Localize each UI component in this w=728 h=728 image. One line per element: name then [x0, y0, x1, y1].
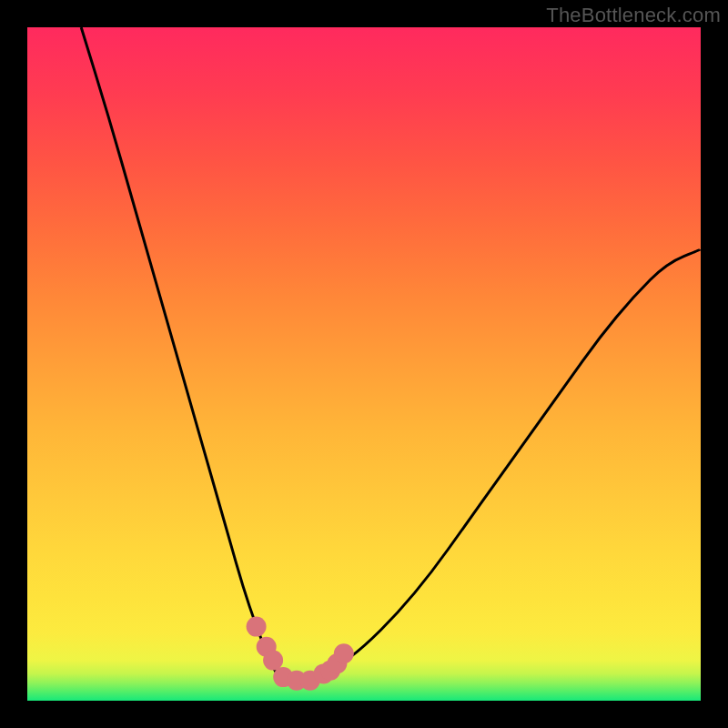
bottleneck-curve-path	[81, 27, 701, 681]
curve-layer	[27, 27, 701, 701]
optimal-dot	[263, 651, 283, 671]
plot-area	[27, 27, 701, 701]
watermark-text: TheBottleneck.com	[546, 4, 721, 27]
outer-frame: TheBottleneck.com	[0, 0, 728, 728]
optimal-dot	[334, 643, 354, 663]
optimal-dot	[247, 617, 267, 637]
optimal-region-dots	[247, 617, 354, 691]
